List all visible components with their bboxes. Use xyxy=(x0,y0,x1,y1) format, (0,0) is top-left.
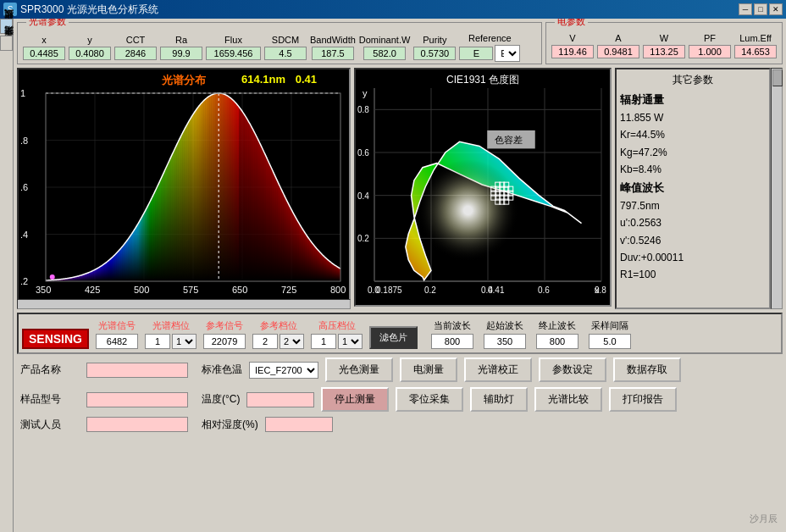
btn-param-set[interactable]: 参数设定 xyxy=(539,357,606,382)
档位1-row: 1 1 xyxy=(145,334,196,349)
value-start-wl: 350 xyxy=(484,334,526,349)
value-bandwidth: 187.5 xyxy=(312,47,354,60)
btn-electric-measure[interactable]: 电测量 xyxy=(400,357,457,382)
label-ra: Ra xyxy=(175,35,187,45)
sensing-spacer xyxy=(22,318,89,327)
label-end-wl: 终止波长 xyxy=(539,319,576,332)
outer-wrapper: 监测模式 光谱测量 光谱参数 x 0.4485 y 0.4080 xyxy=(0,19,786,532)
value-ra: 99.9 xyxy=(160,47,202,60)
value-reference: E xyxy=(459,47,493,60)
label-w: W xyxy=(660,33,668,43)
label-reference: Reference xyxy=(468,33,512,43)
value-w: 113.25 xyxy=(643,45,685,58)
hv-档位-row: 1 1 xyxy=(311,334,363,349)
label-product-name: 产品名称 xyxy=(20,363,80,377)
signal-col: 光谱信号 6482 xyxy=(96,319,138,349)
spectral-params-group: 光谱参数 x 0.4485 y 0.4080 CCT 2846 xyxy=(17,22,542,64)
close-btn[interactable]: ✕ xyxy=(769,3,783,15)
other-params-content: 辐射通量11.855 WKr=44.5%Kg=47.2%Kb=8.4%峰值波长7… xyxy=(620,91,766,285)
value-pf: 1.000 xyxy=(689,45,731,58)
maximize-btn[interactable]: □ xyxy=(754,3,767,15)
window-controls: ─ □ ✕ xyxy=(739,3,783,15)
value-x: 0.4485 xyxy=(23,47,65,60)
cie-chart-container: CIE1931 色度图 xyxy=(354,68,612,309)
filter-btn[interactable]: 滤色片 xyxy=(369,326,418,349)
param-reference: Reference E E xyxy=(459,33,520,62)
btn-print-report[interactable]: 打印报告 xyxy=(609,387,677,412)
scrollbar-thumb[interactable] xyxy=(772,69,783,86)
reference-select[interactable]: E xyxy=(495,45,520,62)
other-param-item: Kb=8.4% xyxy=(620,161,766,178)
sample-interval: 采样间隔 5.0 xyxy=(589,319,631,349)
param-v: V 119.46 xyxy=(551,33,594,58)
spectrum-scrollbar[interactable] xyxy=(17,299,351,309)
ref-档位-row: 2 2 xyxy=(252,334,304,349)
param-sdcm: SDCM 4.5 xyxy=(264,35,307,60)
control-row-3: 测试人员 相对湿度(%) xyxy=(17,417,783,432)
label-ref-signal: 参考信号 xyxy=(206,319,243,332)
label-start-wl: 起始波长 xyxy=(486,319,523,332)
content-area: 光谱参数 x 0.4485 y 0.4080 CCT 2846 xyxy=(14,19,786,532)
label-std-color: 标准色温 xyxy=(202,363,242,377)
spectrum-档位-select[interactable]: 1 xyxy=(172,334,196,349)
other-param-item: 11.855 W xyxy=(620,109,766,126)
spectrum-canvas xyxy=(17,68,351,307)
sensing-section: SENSING 光谱信号 6482 光谱档位 1 1 参考 xyxy=(17,313,783,354)
param-flux: Flux 1659.456 xyxy=(206,35,261,60)
other-param-item: R2=100 xyxy=(620,284,766,285)
input-tester[interactable] xyxy=(86,417,188,432)
sensing-row: SENSING 光谱信号 6482 光谱档位 1 1 参考 xyxy=(22,318,778,349)
btn-stop-measure[interactable]: 停止测量 xyxy=(321,387,389,412)
value-sample-interval: 5.0 xyxy=(589,334,631,349)
input-temperature[interactable] xyxy=(246,392,314,407)
hv-档位-select[interactable]: 1 xyxy=(338,334,363,349)
sensing-logo-container: SENSING xyxy=(22,318,89,349)
other-param-item: R1=100 xyxy=(620,266,766,283)
app-icon: S xyxy=(3,3,17,16)
end-wavelength: 终止波长 800 xyxy=(536,319,578,349)
value-v: 119.46 xyxy=(551,45,594,58)
input-humidity[interactable] xyxy=(265,417,333,432)
tab-monitor[interactable]: 监测模式 xyxy=(0,19,13,34)
value-flux: 1659.456 xyxy=(206,47,261,60)
ref-档位-col: 参考档位 2 2 xyxy=(252,319,304,349)
ref-档位-select[interactable]: 2 xyxy=(280,334,304,349)
btn-zero-collect[interactable]: 零位采集 xyxy=(396,387,463,412)
param-purity: Purity 0.5730 xyxy=(413,35,456,60)
value-a: 0.9481 xyxy=(597,45,639,58)
param-bandwidth: BandWidth 187.5 xyxy=(310,35,356,60)
left-tabs: 监测模式 光谱测量 xyxy=(0,19,14,532)
btn-color-measure[interactable]: 光色测量 xyxy=(325,357,393,382)
input-sample-model[interactable] xyxy=(86,392,188,407)
other-params-scrollbar[interactable] xyxy=(771,68,783,309)
other-params-section: 其它参数 辐射通量11.855 WKr=44.5%Kg=47.2%Kb=8.4%… xyxy=(615,68,783,309)
档位1-col: 光谱档位 1 1 xyxy=(145,319,196,349)
label-tester: 测试人员 xyxy=(20,418,80,432)
main-content: 光谱参数 x 0.4485 y 0.4080 CCT 2846 xyxy=(14,19,786,441)
input-product-name[interactable] xyxy=(86,363,188,378)
value-sdcm: 4.5 xyxy=(264,47,307,60)
value-y: 0.4080 xyxy=(69,47,111,60)
spectral-params-row: x 0.4485 y 0.4080 CCT 2846 Ra xyxy=(23,33,536,62)
label-cct: CCT xyxy=(126,35,146,45)
btn-aux-light[interactable]: 辅助灯 xyxy=(470,387,528,412)
param-ra: Ra 99.9 xyxy=(160,35,202,60)
select-std-color[interactable]: IEC_F2700 xyxy=(249,362,318,379)
current-wavelength: 当前波长 800 xyxy=(431,319,473,349)
label-purity: Purity xyxy=(423,35,446,45)
sensing-logo: SENSING xyxy=(22,329,89,349)
btn-spectrum-compare[interactable]: 光谱比较 xyxy=(534,387,602,412)
value-end-wl: 800 xyxy=(536,334,578,349)
other-param-item: Duv:+0.00011 xyxy=(620,249,766,266)
tab-spectrum[interactable]: 光谱测量 xyxy=(0,36,13,51)
value-current-wl: 800 xyxy=(431,334,473,349)
other-param-item: u':0.2563 xyxy=(620,214,766,231)
btn-spectrum-cal[interactable]: 光谱校正 xyxy=(464,357,532,382)
value-ref-档位: 2 xyxy=(252,334,278,349)
value-purity: 0.5730 xyxy=(413,47,456,60)
minimize-btn[interactable]: ─ xyxy=(739,3,752,15)
param-y: y 0.4080 xyxy=(69,35,111,60)
btn-data-get[interactable]: 数据存取 xyxy=(613,357,681,382)
control-section: 产品名称 标准色温 IEC_F2700 光色测量 电测量 光谱校正 参数设定 数… xyxy=(17,357,783,432)
value-signal: 6482 xyxy=(96,334,138,349)
